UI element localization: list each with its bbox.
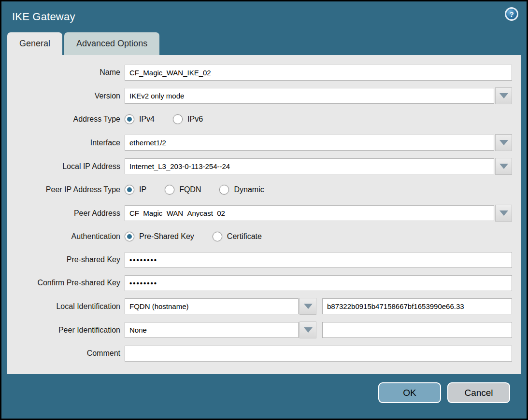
interface-label: Interface <box>7 139 125 147</box>
ike-gateway-dialog: IKE Gateway ? General Advanced Options N… <box>1 1 527 419</box>
chevron-down-icon <box>499 210 508 216</box>
version-label: Version <box>7 92 125 100</box>
radio-peer-ip-control[interactable] <box>125 185 134 195</box>
row-confirm-pre-shared-key: Confirm Pre-shared Key •••••••• <box>7 275 512 291</box>
radio-ipv6-label: IPv6 <box>187 115 203 124</box>
confirm-pre-shared-key-label: Confirm Pre-shared Key <box>7 279 125 287</box>
peer-identification-label: Peer Identification <box>7 326 125 335</box>
authentication-label: Authentication <box>7 232 125 241</box>
radio-certificate-control[interactable] <box>213 232 222 241</box>
radio-certificate-label: Certificate <box>227 232 262 241</box>
radio-ipv4-control[interactable] <box>125 114 134 124</box>
help-icon[interactable]: ? <box>505 7 518 21</box>
peer-identification-type-select[interactable]: None <box>125 322 299 338</box>
radio-ipv6-control[interactable] <box>173 114 183 124</box>
local-identification-value-input[interactable]: b87322b0915b47158667bf1653990e66.33 <box>322 298 512 314</box>
row-local-ip-address: Local IP Address Internet_L3_203-0-113-2… <box>7 158 512 175</box>
local-ip-address-label: Local IP Address <box>7 162 125 171</box>
chevron-down-icon <box>499 140 508 145</box>
local-identification-label: Local Identification <box>7 302 125 311</box>
interface-select[interactable]: ethernet1/2 <box>125 135 494 151</box>
row-address-type: Address Type IPv4 IPv6 <box>7 111 512 127</box>
name-input[interactable]: CF_Magic_WAN_IKE_02 <box>125 65 512 81</box>
dialog-title: IKE Gateway <box>12 11 75 23</box>
peer-address-label: Peer Address <box>7 209 125 218</box>
radio-peer-ip[interactable]: IP <box>125 185 146 195</box>
general-tab-panel: Name CF_Magic_WAN_IKE_02 Version IKEv2 o… <box>7 55 521 374</box>
version-dropdown-button[interactable] <box>495 87 512 104</box>
dialog-footer: OK Cancel <box>1 374 527 403</box>
peer-identification-dropdown-button[interactable] <box>300 322 316 338</box>
radio-pre-shared-key-control[interactable] <box>125 232 134 241</box>
tab-general[interactable]: General <box>7 32 62 55</box>
dialog-titlebar: IKE Gateway <box>1 1 527 32</box>
peer-ip-address-type-label: Peer IP Address Type <box>7 185 125 194</box>
row-interface: Interface ethernet1/2 <box>7 134 512 151</box>
row-peer-address: Peer Address CF_Magic_WAN_Anycast_02 <box>7 205 512 222</box>
tab-advanced-options[interactable]: Advanced Options <box>64 32 159 55</box>
peer-identification-value-input[interactable] <box>322 322 512 338</box>
radio-peer-dynamic-control[interactable] <box>219 185 229 195</box>
local-identification-dropdown-button[interactable] <box>300 298 316 315</box>
chevron-down-icon <box>499 93 508 98</box>
cancel-button[interactable]: Cancel <box>447 382 510 403</box>
pre-shared-key-label: Pre-shared Key <box>7 255 125 264</box>
radio-peer-dynamic[interactable]: Dynamic <box>219 185 264 195</box>
pre-shared-key-input[interactable]: •••••••• <box>125 252 512 268</box>
radio-pre-shared-key[interactable]: Pre-Shared Key <box>125 232 194 241</box>
radio-certificate[interactable]: Certificate <box>213 232 262 241</box>
interface-dropdown-button[interactable] <box>495 134 512 151</box>
comment-label: Comment <box>7 349 125 358</box>
chevron-down-icon <box>499 164 508 169</box>
row-comment: Comment <box>7 345 512 362</box>
local-ip-dropdown-button[interactable] <box>495 158 512 175</box>
row-peer-ip-address-type: Peer IP Address Type IP FQDN Dynamic <box>7 182 512 198</box>
tab-bar: General Advanced Options <box>1 32 527 55</box>
address-type-label: Address Type <box>7 115 125 124</box>
peer-address-select[interactable]: CF_Magic_WAN_Anycast_02 <box>125 205 494 221</box>
radio-peer-fqdn[interactable]: FQDN <box>165 185 201 195</box>
peer-address-dropdown-button[interactable] <box>495 205 512 222</box>
confirm-pre-shared-key-input[interactable]: •••••••• <box>125 275 512 291</box>
chevron-down-icon <box>304 327 313 333</box>
row-local-identification: Local Identification FQDN (hostname) b87… <box>7 298 512 315</box>
version-select[interactable]: IKEv2 only mode <box>125 88 494 104</box>
radio-peer-fqdn-label: FQDN <box>179 185 201 194</box>
row-peer-identification: Peer Identification None <box>7 322 512 338</box>
radio-peer-ip-label: IP <box>139 185 146 194</box>
radio-peer-dynamic-label: Dynamic <box>234 185 264 194</box>
radio-peer-fqdn-control[interactable] <box>165 185 174 195</box>
ok-button[interactable]: OK <box>378 382 441 403</box>
local-ip-address-select[interactable]: Internet_L3_203-0-113-254--24 <box>125 158 494 174</box>
radio-ipv4[interactable]: IPv4 <box>125 114 155 124</box>
local-identification-type-select[interactable]: FQDN (hostname) <box>125 298 299 314</box>
name-label: Name <box>7 68 125 77</box>
radio-ipv6[interactable]: IPv6 <box>173 114 203 124</box>
row-version: Version IKEv2 only mode <box>7 87 512 104</box>
chevron-down-icon <box>304 304 313 309</box>
radio-pre-shared-key-label: Pre-Shared Key <box>139 232 194 241</box>
row-name: Name CF_Magic_WAN_IKE_02 <box>7 64 512 81</box>
row-pre-shared-key: Pre-shared Key •••••••• <box>7 252 512 268</box>
radio-ipv4-label: IPv4 <box>139 115 155 124</box>
comment-input[interactable] <box>125 346 512 362</box>
row-authentication: Authentication Pre-Shared Key Certificat… <box>7 228 512 245</box>
